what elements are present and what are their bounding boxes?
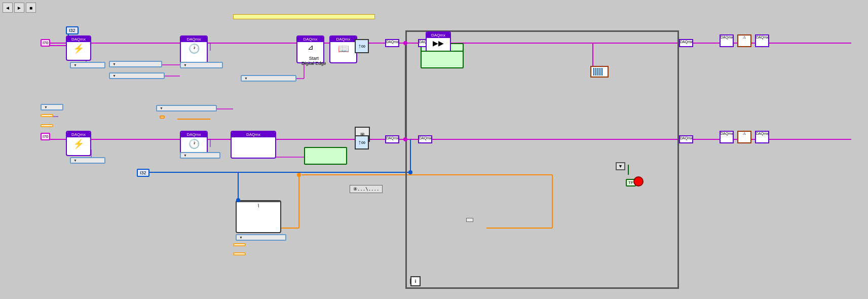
- bool-value-display: ▼: [616, 162, 625, 170]
- graph-indicator: [590, 66, 609, 78]
- ramp-by-samples-arrow: ▼: [239, 236, 243, 239]
- start-trigger-dropdown[interactable]: ▼: [241, 75, 296, 82]
- allow-regen-arrow: ▼: [160, 106, 163, 110]
- daqmx-read-header: DAQmx: [330, 36, 356, 42]
- toolbar-btn-stop[interactable]: ■: [26, 3, 36, 13]
- svg-point-41: [297, 173, 301, 177]
- output-channel-indicator: I70: [41, 133, 50, 140]
- stop-button-control[interactable]: [633, 176, 644, 186]
- const-0-top: [41, 114, 53, 117]
- daqmx-node-read-bot: DAQmx: [385, 135, 399, 143]
- terminal-config-value[interactable]: I32: [66, 26, 79, 34]
- ramp-by-samples-dropdown[interactable]: ▼: [236, 234, 286, 241]
- daqmx-start-trigger-header: DAQmx: [297, 36, 323, 42]
- ramp-by-samples-body: ⌇: [237, 202, 280, 209]
- daqmx-timing-ai-body: 🕐: [181, 42, 207, 55]
- daqmx-write-block[interactable]: DAQmx: [231, 131, 276, 159]
- ai-voltage-arrow: ▼: [73, 63, 77, 67]
- daqmx-node-read-top: DAQmx: [385, 39, 399, 47]
- analog-1d-dbl-inside: [421, 51, 464, 68]
- error-out-bot-1: DAQmx: [720, 131, 734, 143]
- daqmx-ai-header: DAQmx: [67, 36, 90, 42]
- feedback-display: ⑧...\....: [350, 185, 383, 193]
- ramp-by-samples-block[interactable]: ⌇: [236, 200, 281, 233]
- daqmx-start-inside-header: DAQmx: [427, 32, 450, 38]
- ao-voltage-dropdown[interactable]: ▼: [70, 157, 105, 164]
- start-digital-edge-label: StartDigital Edge: [301, 56, 326, 66]
- ao-voltage-arrow: ▼: [73, 159, 77, 162]
- ai-voltage-dropdown[interactable]: ▼: [70, 62, 105, 68]
- daqmx-read[interactable]: DAQmx 📖: [329, 35, 357, 63]
- sample-clock-select-1[interactable]: ▼: [180, 62, 223, 68]
- allow-regen-dropdown[interactable]: ▼: [156, 105, 217, 111]
- daqmx-read-body: 📖: [330, 42, 356, 55]
- error-out-top-2[interactable]: ⚠: [737, 34, 751, 47]
- daqmx-ao-create[interactable]: DAQmx ⚡: [66, 131, 91, 156]
- input-channel-indicator: I70: [41, 39, 50, 47]
- error-cluster-top: DAQmx: [755, 34, 769, 47]
- continuous-samples-arrow: ▼: [112, 74, 116, 78]
- toolbar-btn-left[interactable]: ◄: [3, 3, 13, 13]
- const-5-top: [41, 124, 53, 127]
- daqmx-ai-create[interactable]: DAQmx ⚡: [66, 35, 91, 61]
- sample-clock-select-1-arrow: ▼: [183, 63, 187, 67]
- compare-node-top: ↑∞: [355, 39, 369, 53]
- toolbar-btn-right[interactable]: ►: [14, 3, 24, 13]
- start-trigger-arrow: ▼: [244, 77, 248, 80]
- daqmx-right-top: DAQmx: [679, 39, 693, 47]
- num-points-const: I32: [137, 169, 149, 177]
- daqmx-ao-header: DAQmx: [67, 132, 90, 137]
- toolbar: ◄ ► ■: [3, 3, 36, 13]
- while-loop: [405, 30, 679, 289]
- rse-arrow: ▼: [44, 105, 48, 109]
- sample-clock-select-2-arrow: ▼: [183, 154, 187, 157]
- daqmx-timing-ao-body: 🕐: [181, 137, 207, 151]
- daqmx-timing-ao-header: DAQmx: [181, 132, 207, 137]
- error-out-top-1: DAQmx: [720, 34, 734, 47]
- rate-hz-const: [160, 116, 165, 119]
- daqmx-timing-ai-header: DAQmx: [181, 36, 207, 42]
- daqmx-right-bot: DAQmx: [679, 135, 693, 143]
- ramp-const-0: [233, 252, 246, 255]
- daqmx-write-header: DAQmx: [232, 132, 275, 137]
- analog-1d-dbl-write: [304, 147, 347, 165]
- daqmx-timing-ai[interactable]: DAQmx 🕐: [180, 35, 208, 63]
- daqmx-start-inside-body: ▶▶: [427, 38, 450, 48]
- daqmx-start-trigger-body: ⊿: [297, 42, 323, 52]
- sample-clock-select-2[interactable]: ▼: [180, 152, 220, 159]
- daqmx-ao-body: ⚡: [67, 137, 90, 151]
- daqmx-ai-body: ⚡: [67, 42, 90, 55]
- annotation-box: [233, 14, 375, 19]
- loop-iteration: i: [410, 276, 421, 286]
- daqmx-inside-loop-bot: DAQmx: [418, 135, 432, 143]
- sample-clock-1-arrow: ▼: [112, 62, 116, 66]
- compare-node-bot: ↑∞: [355, 135, 369, 150]
- rse-dropdown[interactable]: ▼: [41, 104, 63, 110]
- error-out-bot-2[interactable]: ⚠: [737, 131, 751, 143]
- select-up-or-down[interactable]: [466, 218, 473, 222]
- ramp-const-5: [233, 243, 246, 246]
- daqmx-write-body: [232, 137, 275, 139]
- continuous-samples-dropdown[interactable]: ▼: [109, 72, 165, 79]
- error-cluster-bot: DAQmx: [755, 131, 769, 143]
- sample-clock-dropdown-1[interactable]: ▼: [109, 61, 162, 67]
